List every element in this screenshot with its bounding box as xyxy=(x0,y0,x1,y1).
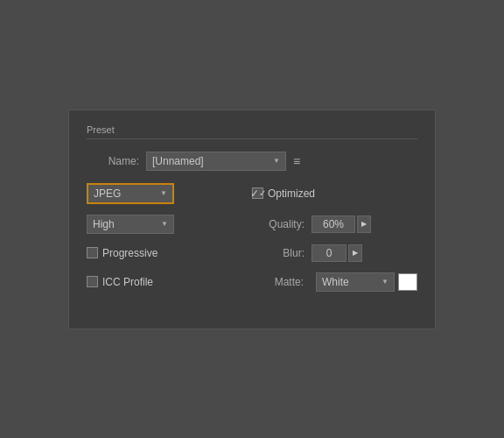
format-optimized-row: JPEG ▼ ✓ Optimized xyxy=(87,183,417,204)
quality-label: Quality: xyxy=(252,218,304,230)
blur-value[interactable]: 0 xyxy=(312,244,346,262)
name-label: Name: xyxy=(87,155,139,167)
quality-level-dropdown[interactable]: High ▼ xyxy=(87,215,174,234)
matte-dropdown[interactable]: White ▼ xyxy=(316,272,395,292)
icc-label: ICC Profile xyxy=(102,276,153,288)
quality-value[interactable]: 60% xyxy=(312,215,355,233)
blur-step-button[interactable]: ▶ xyxy=(348,244,362,262)
quality-level-col: High ▼ xyxy=(87,215,252,234)
name-dropdown[interactable]: [Unnamed] ▼ xyxy=(146,152,286,171)
progressive-checkbox[interactable]: Progressive xyxy=(87,247,158,259)
icc-matte-row: ICC Profile Matte: White ▼ xyxy=(87,272,417,292)
icc-checkbox[interactable]: ICC Profile xyxy=(87,276,153,288)
format-dropdown[interactable]: JPEG ▼ xyxy=(87,183,174,204)
panel-title: Preset xyxy=(87,124,417,139)
optimized-label: Optimized xyxy=(268,187,315,200)
matte-col: Matte: White ▼ xyxy=(251,272,417,292)
progressive-label: Progressive xyxy=(102,247,158,259)
format-dropdown-arrow-icon: ▼ xyxy=(160,189,167,197)
icc-col: ICC Profile xyxy=(87,276,251,288)
format-value: JPEG xyxy=(94,187,121,200)
quality-step-button[interactable]: ▶ xyxy=(357,215,371,233)
quality-level-arrow-icon: ▼ xyxy=(161,220,168,228)
preset-menu-icon[interactable]: ≡ xyxy=(293,154,300,168)
blur-label: Blur: xyxy=(252,247,304,259)
progressive-col: Progressive xyxy=(87,247,252,259)
matte-value: White xyxy=(322,276,349,288)
optimized-col: ✓ Optimized xyxy=(252,187,417,200)
format-col: JPEG ▼ xyxy=(87,183,252,204)
preset-panel: Preset Name: [Unnamed] ▼ ≡ JPEG ▼ ✓ xyxy=(68,110,436,329)
progressive-blur-row: Progressive Blur: 0 ▶ xyxy=(87,244,417,262)
name-value: [Unnamed] xyxy=(152,155,204,167)
blur-field-group: 0 ▶ xyxy=(312,244,362,262)
quality-level-value: High xyxy=(93,218,115,230)
blur-col: Blur: 0 ▶ xyxy=(252,244,417,262)
optimized-checkmark-icon: ✓ xyxy=(250,187,259,200)
optimized-checkbox-box[interactable]: ✓ xyxy=(252,187,263,199)
quality-field-group: 60% ▶ xyxy=(312,215,371,233)
progressive-checkbox-box[interactable] xyxy=(87,247,98,258)
name-dropdown-arrow-icon: ▼ xyxy=(273,157,280,165)
quality-row: High ▼ Quality: 60% ▶ xyxy=(87,215,417,234)
icc-checkbox-box[interactable] xyxy=(87,276,98,287)
matte-dropdown-arrow-icon: ▼ xyxy=(382,278,388,286)
name-row: Name: [Unnamed] ▼ ≡ xyxy=(87,152,417,171)
outer-wrapper: A B C Preset Name: [Unnamed] ▼ ≡ JPEG ▼ xyxy=(68,110,436,329)
matte-color-swatch[interactable] xyxy=(398,273,417,291)
matte-label: Matte: xyxy=(251,276,304,288)
optimized-checkbox[interactable]: ✓ Optimized xyxy=(252,187,315,200)
quality-value-col: Quality: 60% ▶ xyxy=(252,215,417,233)
